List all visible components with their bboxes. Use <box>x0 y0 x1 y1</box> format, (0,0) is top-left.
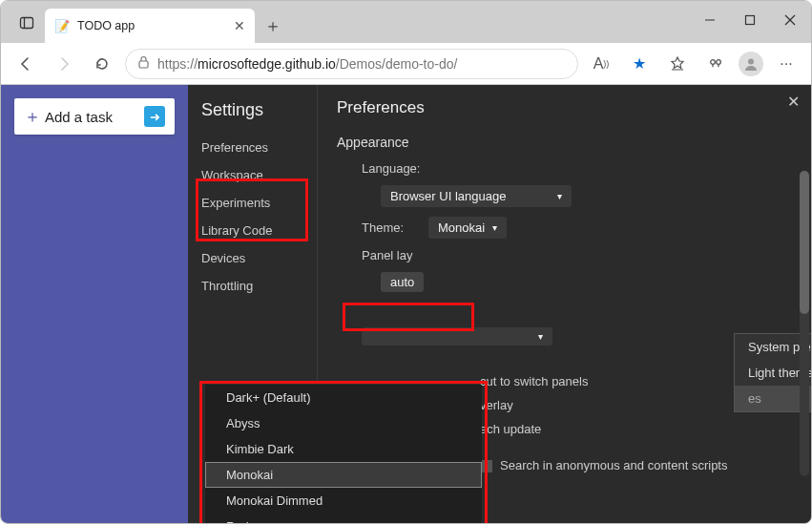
url-text: https://microsoftedge.github.io/Demos/de… <box>157 56 457 72</box>
tab-title: TODO app <box>77 19 226 32</box>
dark-theme-option[interactable]: Abyss <box>205 410 482 436</box>
add-task-label: Add a task <box>45 109 144 125</box>
favorite-star-icon[interactable]: ★ <box>624 49 655 79</box>
dark-themes-menu: Dark+ (Default) Abyss Kimbie Dark Monoka… <box>205 385 482 524</box>
svg-rect-3 <box>746 16 755 25</box>
dark-theme-option[interactable]: Red <box>205 514 482 524</box>
option-search-anon[interactable]: Search in anonymous and content scripts <box>480 441 727 472</box>
panel-layout-label: Panel lay <box>362 248 419 262</box>
window-close-button[interactable] <box>775 5 805 35</box>
option-overlay[interactable]: verlay <box>480 393 727 417</box>
add-task-card[interactable]: ＋ Add a task ➜ <box>14 98 175 135</box>
browser-tab[interactable]: 📝 TODO app ✕ <box>45 9 255 43</box>
favorites-button[interactable] <box>662 49 693 79</box>
appearance-heading: Appearance <box>337 135 792 150</box>
sidebar-item-experiments[interactable]: Experiments <box>188 189 317 217</box>
new-tab-button[interactable]: ＋ <box>259 11 287 40</box>
profile-avatar[interactable] <box>739 52 763 76</box>
scrollbar-thumb[interactable] <box>800 171 809 314</box>
language-label: Language: <box>362 161 420 176</box>
tab-favicon: 📝 <box>54 18 70 33</box>
site-lock-icon[interactable] <box>137 55 150 72</box>
nav-refresh-button[interactable] <box>87 49 117 79</box>
more-menu-button[interactable]: ··· <box>771 49 802 79</box>
read-aloud-button[interactable]: A)) <box>586 49 616 79</box>
preferences-heading: Preferences <box>337 98 792 117</box>
sidebar-item-workspace[interactable]: Workspace <box>188 161 317 189</box>
settings-close-icon[interactable]: ✕ <box>787 93 800 111</box>
tab-close-icon[interactable]: ✕ <box>234 18 245 33</box>
sidebar-item-throttling[interactable]: Throttling <box>188 272 317 300</box>
sidebar-item-devices[interactable]: Devices <box>188 244 317 272</box>
settings-title: Settings <box>188 94 317 134</box>
language-select[interactable]: Browser UI language ▾ <box>381 185 572 207</box>
tab-actions-button[interactable] <box>10 7 43 39</box>
sidebar-item-preferences[interactable]: Preferences <box>188 134 317 161</box>
color-format-select[interactable]: ▾ <box>362 327 552 346</box>
svg-point-8 <box>711 59 716 64</box>
submit-arrow-icon[interactable]: ➜ <box>144 106 165 127</box>
chevron-down-icon: ▾ <box>557 191 562 201</box>
theme-select[interactable]: Monokai ▾ <box>428 217 507 239</box>
dark-theme-option-selected[interactable]: Monokai <box>205 462 482 488</box>
nav-forward-button[interactable] <box>49 49 79 79</box>
panel-layout-value[interactable]: auto <box>381 272 424 292</box>
nav-back-button[interactable] <box>10 49 41 79</box>
collections-button[interactable] <box>700 49 731 79</box>
option-shortcut[interactable]: cut to switch panels <box>480 369 727 393</box>
svg-rect-6 <box>139 61 148 68</box>
chevron-down-icon: ▾ <box>492 222 497 233</box>
svg-point-9 <box>717 59 721 64</box>
page-content: ＋ Add a task ➜ Settings Preferences Work… <box>1 85 811 523</box>
address-bar: https://microsoftedge.github.io/Demos/de… <box>1 43 811 85</box>
theme-label: Theme: <box>362 220 419 235</box>
svg-rect-0 <box>21 18 33 29</box>
window-titlebar: 📝 TODO app ✕ ＋ <box>1 1 811 43</box>
dark-theme-option[interactable]: Kimbie Dark <box>205 436 482 462</box>
dark-theme-option[interactable]: Monokai Dimmed <box>205 488 482 514</box>
url-input[interactable]: https://microsoftedge.github.io/Demos/de… <box>125 49 578 79</box>
plus-icon: ＋ <box>24 105 41 128</box>
window-maximize-button[interactable] <box>735 5 765 35</box>
svg-point-10 <box>748 58 754 64</box>
window-minimize-button[interactable] <box>695 5 725 35</box>
option-update[interactable]: ach update <box>480 417 727 441</box>
dark-theme-option[interactable]: Dark+ (Default) <box>205 385 482 410</box>
sidebar-item-library-code[interactable]: Library Code <box>188 217 317 244</box>
